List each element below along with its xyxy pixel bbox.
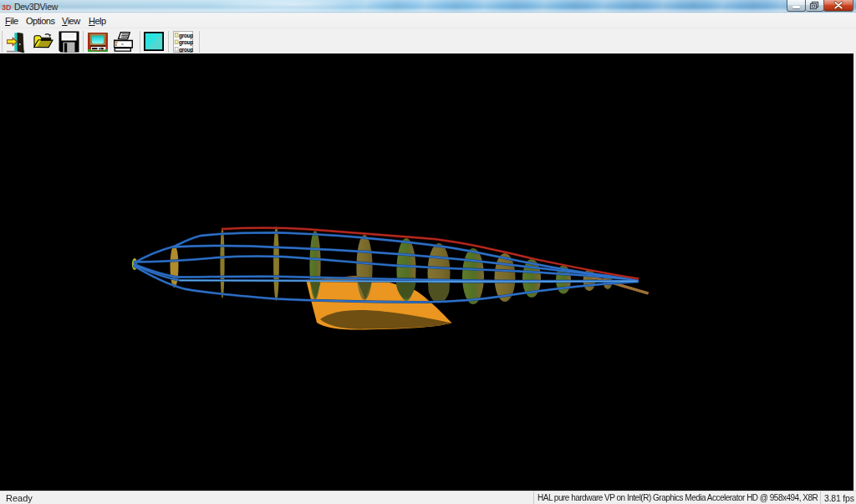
svg-text:group: group xyxy=(179,33,193,39)
svg-text:group: group xyxy=(179,39,193,46)
svg-text:group: group xyxy=(179,47,193,53)
